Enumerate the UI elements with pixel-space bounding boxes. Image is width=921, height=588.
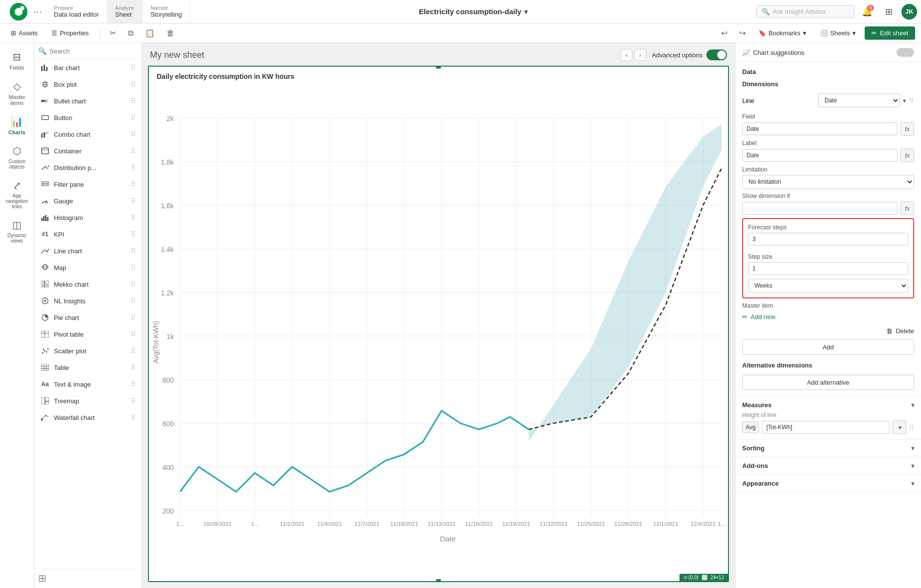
prev-sheet-btn[interactable]: ‹ [621, 49, 632, 61]
delete-dimension-btn[interactable]: 🗑 Delete [886, 325, 914, 337]
properties-btn[interactable]: ☰ Properties [47, 27, 94, 39]
sidebar-item-app-nav-links[interactable]: ⤤ App navigation links [2, 175, 32, 213]
panel-item-text-image[interactable]: Aa Text & image ⠿ [34, 376, 142, 392]
pie-chart-drag[interactable]: ⠿ [131, 314, 136, 321]
show-dim-if-input[interactable] [742, 202, 897, 215]
sidebar-item-charts[interactable]: 📊 Charts [2, 112, 32, 139]
show-dim-if-fx-btn[interactable]: fx [900, 201, 914, 215]
panel-item-mekko-chart[interactable]: Mekko chart ⠿ [34, 276, 142, 293]
waterfall-chart-drag[interactable]: ⠿ [131, 414, 136, 421]
filter-pane-drag[interactable]: ⠿ [131, 180, 136, 188]
topbar-narrate[interactable]: Narrate Storytelling [143, 0, 190, 23]
label-fx-btn[interactable]: fx [900, 148, 914, 162]
delete-btn[interactable]: 🗑 [163, 27, 178, 40]
mekko-chart-drag[interactable]: ⠿ [131, 280, 136, 288]
paste-btn[interactable]: 📋 [141, 26, 159, 40]
avatar[interactable]: JK [901, 4, 917, 20]
title-dropdown-icon[interactable]: ▾ [524, 8, 528, 16]
sidebar-item-master-items[interactable]: ◇ Master items [2, 76, 32, 110]
treemap-drag[interactable]: ⠿ [131, 397, 136, 405]
measures-tot-kwh-input[interactable] [762, 421, 890, 434]
bookmarks-btn[interactable]: 🔖 Bookmarks ▾ [753, 27, 811, 39]
pivot-table-drag[interactable]: ⠿ [131, 330, 136, 338]
kpi-drag[interactable]: ⠿ [131, 230, 136, 238]
measures-chevron-btn[interactable]: ▾ [893, 420, 906, 434]
panel-item-histogram[interactable]: Histogram ⠿ [34, 209, 142, 226]
sorting-header[interactable]: Sorting ▾ [742, 444, 914, 452]
panel-item-bullet-chart[interactable]: Bullet chart ⠿ [34, 93, 142, 109]
next-sheet-btn[interactable]: › [634, 49, 646, 61]
add-ons-header[interactable]: Add-ons ▾ [742, 462, 914, 469]
panel-item-button[interactable]: Button ⠿ [34, 109, 142, 126]
panel-item-container[interactable]: Container ⠿ [34, 143, 142, 159]
panel-item-pivot-table[interactable]: Pivot table ⠿ [34, 326, 142, 343]
panel-item-combo-chart[interactable]: Combo chart ⠿ [34, 126, 142, 143]
panel-item-waterfall-chart[interactable]: Waterfall chart ⠿ [34, 409, 142, 426]
sidebar-item-fields[interactable]: ⊟ Fields [2, 47, 32, 74]
field-input[interactable] [742, 122, 897, 135]
table-drag[interactable]: ⠿ [131, 364, 136, 371]
panel-item-box-plot[interactable]: Box plot ⠿ [34, 76, 142, 93]
label-input[interactable] [742, 149, 897, 162]
add-dimension-btn[interactable]: Add [742, 340, 914, 355]
add-alternative-btn[interactable]: Add alternative [742, 375, 914, 390]
panel-item-kpi[interactable]: #1 KPI ⠿ [34, 226, 142, 243]
app-title[interactable]: Electricity consumption-daily ▾ [419, 7, 528, 16]
histogram-drag[interactable]: ⠿ [131, 214, 136, 221]
panel-item-filter-pane[interactable]: Filter pane ⠿ [34, 176, 142, 193]
map-drag[interactable]: ⠿ [131, 264, 136, 271]
forecast-steps-input[interactable] [748, 233, 908, 245]
panel-item-line-chart[interactable]: Line chart ⠿ [34, 243, 142, 259]
search-input[interactable] [49, 48, 138, 55]
chart-handle-top[interactable] [436, 66, 441, 69]
measures-drag-icon[interactable]: ⠿ [909, 424, 914, 431]
distribution-p-drag[interactable]: ⠿ [131, 164, 136, 172]
nl-insights-drag[interactable]: ⠿ [131, 297, 136, 305]
sheets-btn[interactable]: ⬜ Sheets ▾ [815, 27, 861, 39]
topbar-prepare[interactable]: Prepare Data load editor [46, 0, 107, 23]
line-chart-drag[interactable]: ⠿ [131, 247, 136, 255]
redo-btn[interactable]: ↪ [735, 26, 750, 40]
sidebar-item-dynamic-views[interactable]: ◫ Dynamic views [2, 215, 32, 247]
topbar-analyze[interactable]: Analyze Sheet [107, 0, 143, 23]
panel-item-treemap[interactable]: Treemap ⠿ [34, 392, 142, 409]
qlik-logo[interactable] [4, 3, 33, 21]
panel-item-pie-chart[interactable]: Pie chart ⠿ [34, 309, 142, 326]
sidebar-item-custom-objects[interactable]: ⬡ Custom objects [2, 141, 32, 173]
dimension-drag-icon[interactable]: ⠿ [909, 97, 914, 104]
step-size-input[interactable] [748, 262, 908, 275]
assets-btn[interactable]: ⊞ Assets [6, 27, 43, 39]
topbar-menu-icon[interactable]: ⋯ [33, 6, 42, 17]
undo-btn[interactable]: ↩ [717, 26, 731, 40]
panel-item-map[interactable]: Map ⠿ [34, 259, 142, 276]
dimension-date-select[interactable]: Date [818, 94, 900, 107]
panel-item-table[interactable]: Table ⠿ [34, 359, 142, 376]
measures-header[interactable]: Measures ▾ [742, 401, 914, 409]
scatter-plot-drag[interactable]: ⠿ [131, 347, 136, 355]
bar-chart-drag[interactable]: ⠿ [131, 64, 136, 72]
panel-item-bar-chart[interactable]: Bar chart ⠿ [34, 59, 142, 76]
bullet-chart-drag[interactable]: ⠿ [131, 97, 136, 105]
copy-btn[interactable]: ⧉ [124, 27, 137, 40]
combo-chart-drag[interactable]: ⠿ [131, 130, 136, 138]
panel-item-scatter-plot[interactable]: Scatter plot ⠿ [34, 343, 142, 359]
box-plot-drag[interactable]: ⠿ [131, 80, 136, 88]
chart-handle-bottom[interactable] [436, 579, 441, 582]
container-drag[interactable]: ⠿ [131, 147, 136, 155]
panel-item-gauge[interactable]: Gauge ⠿ [34, 193, 142, 209]
add-new-btn[interactable]: ✏ Add new [742, 311, 776, 322]
field-fx-btn[interactable]: fx [900, 122, 914, 136]
cut-btn[interactable]: ✂ [106, 26, 120, 40]
notifications-btn[interactable]: 🔔 5 [858, 3, 876, 21]
button-drag[interactable]: ⠿ [131, 114, 136, 122]
advanced-options-toggle[interactable] [706, 49, 727, 60]
limitation-select[interactable]: No limitation Fixed number Exact value R… [742, 175, 914, 189]
grid-btn[interactable]: ⊞ [880, 3, 897, 21]
edit-sheet-btn[interactable]: ✏ Edit sheet [865, 26, 915, 40]
chart-suggestions-toggle[interactable] [897, 48, 914, 57]
panel-item-distribution-p[interactable]: Distribution p... ⠿ [34, 159, 142, 176]
add-to-sheet-icon[interactable]: ⊞ [38, 573, 47, 584]
ask-insight-advisor-btn[interactable]: 🔍 Ask Insight Advisor [756, 5, 854, 18]
text-image-drag[interactable]: ⠿ [131, 380, 136, 388]
weeks-select[interactable]: Days Weeks Months Quarters Years [748, 279, 908, 293]
